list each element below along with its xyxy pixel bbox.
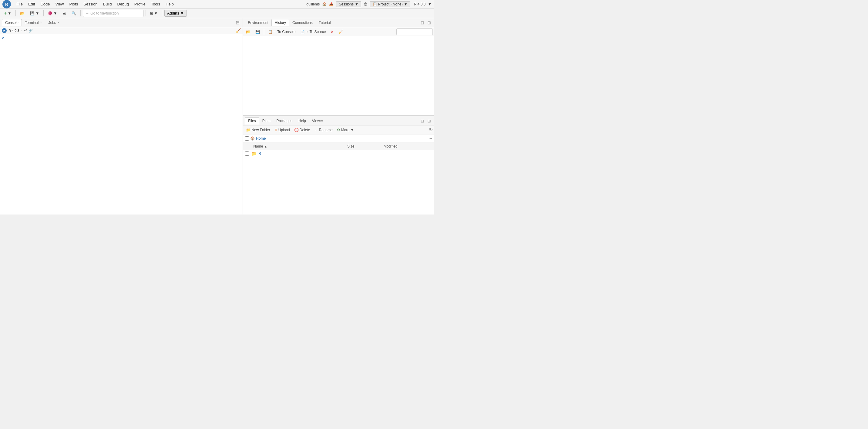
- find-button[interactable]: 🔍: [69, 10, 78, 16]
- left-panel: Console Terminal ✕ Jobs ✕ ⊟ R R 4.0.3 · …: [0, 18, 243, 214]
- new-file-chevron-icon: ▼: [8, 11, 11, 15]
- menu-file[interactable]: File: [14, 1, 25, 7]
- menu-edit[interactable]: Edit: [26, 1, 37, 7]
- column-modified-header[interactable]: Modified: [384, 144, 432, 148]
- console-header: R R 4.0.3 · ~/ 🔗 🧹: [0, 27, 243, 34]
- r-console-icon: R: [2, 28, 7, 33]
- menu-code[interactable]: Code: [38, 1, 52, 7]
- goto-placeholder: Go to file/function: [90, 11, 119, 15]
- knit-chevron-icon: ▼: [53, 11, 57, 15]
- tab-environment[interactable]: Environment: [245, 20, 271, 26]
- history-load-icon: 📂: [246, 30, 250, 34]
- history-search-input[interactable]: [396, 29, 433, 35]
- tab-help[interactable]: Help: [296, 118, 309, 124]
- tab-plots[interactable]: Plots: [259, 118, 274, 124]
- maximize-bottom-right-icon[interactable]: ⊞: [426, 118, 432, 124]
- maximize-top-right-icon[interactable]: ⊞: [426, 20, 432, 26]
- tab-viewer[interactable]: Viewer: [309, 118, 326, 124]
- folder-icon: 📁: [251, 151, 256, 156]
- menu-right: guillems 🏠 📤 Sessions ▼ ⏻ 📋 Project: (No…: [306, 1, 432, 7]
- menu-debug[interactable]: Debug: [115, 1, 131, 7]
- history-sep-1: [264, 29, 264, 35]
- minimize-left-icon[interactable]: ⊟: [235, 19, 241, 26]
- project-selector[interactable]: 📋 Project: (None) ▼: [370, 1, 410, 7]
- select-all-checkbox[interactable]: [245, 136, 249, 140]
- console-prompt: >: [2, 36, 4, 40]
- upload-icon: 📤: [329, 2, 334, 6]
- tab-console[interactable]: Console: [2, 19, 22, 26]
- menu-plots[interactable]: Plots: [67, 1, 81, 7]
- history-load-button[interactable]: 📂: [244, 29, 252, 35]
- open-file-button[interactable]: 📂: [18, 10, 27, 16]
- goto-input[interactable]: → Go to file/function: [83, 10, 144, 17]
- menu-session[interactable]: Session: [81, 1, 100, 7]
- tab-connections[interactable]: Connections: [289, 20, 316, 26]
- grid-button[interactable]: ⊞ ▼: [148, 10, 160, 16]
- delete-button[interactable]: 🚫 Delete: [292, 127, 312, 133]
- column-size-header[interactable]: Size: [347, 144, 384, 148]
- menu-profile[interactable]: Profile: [132, 1, 148, 7]
- find-icon: 🔍: [71, 11, 76, 15]
- new-file-icon: +: [4, 10, 7, 16]
- history-delete-icon: ✕: [331, 30, 334, 34]
- home-breadcrumb[interactable]: Home: [256, 136, 266, 140]
- toolbar-sep-1: [16, 10, 16, 16]
- minimize-bottom-right-icon[interactable]: ⊟: [420, 118, 426, 124]
- right-bottom-panel: Files Plots Packages Help Viewer ⊟ ⊞: [243, 116, 434, 214]
- jobs-close-icon[interactable]: ✕: [57, 21, 60, 24]
- tab-packages[interactable]: Packages: [273, 118, 296, 124]
- upload-button[interactable]: ⬆ Upload: [273, 127, 292, 133]
- main-layout: Console Terminal ✕ Jobs ✕ ⊟ R R 4.0.3 · …: [0, 18, 434, 214]
- print-button[interactable]: 🖨: [60, 10, 68, 16]
- clear-console-icon[interactable]: 🧹: [236, 28, 241, 33]
- menu-view[interactable]: View: [53, 1, 66, 7]
- power-icon[interactable]: ⏻: [364, 2, 367, 6]
- history-delete-button[interactable]: ✕: [329, 29, 335, 35]
- refresh-button[interactable]: ↻: [429, 127, 433, 133]
- chevron-down-icon: ▼: [355, 2, 359, 6]
- main-toolbar: + ▼ 📂 💾 ▼ 🧶 ▼ 🖨 🔍 → Go to file/function …: [0, 8, 434, 18]
- new-file-button[interactable]: + ▼: [2, 9, 13, 17]
- history-save-button[interactable]: 💾: [253, 29, 262, 35]
- tab-history[interactable]: History: [272, 19, 289, 26]
- tab-files[interactable]: Files: [245, 117, 259, 125]
- to-console-icon: 📋→: [268, 30, 276, 34]
- new-folder-button[interactable]: 📁 New Folder: [244, 127, 272, 133]
- tab-tutorial[interactable]: Tutorial: [316, 20, 334, 26]
- console-path-link-icon[interactable]: 🔗: [29, 29, 33, 33]
- open-file-icon: 📂: [20, 11, 25, 15]
- sort-arrow-icon: ▲: [264, 145, 267, 148]
- to-console-button[interactable]: 📋→ To Console: [266, 29, 297, 35]
- knit-button[interactable]: 🧶 ▼: [46, 10, 59, 16]
- file-name[interactable]: R: [258, 152, 261, 156]
- file-checkbox[interactable]: [245, 152, 249, 156]
- column-name-header[interactable]: Name ▲: [253, 144, 347, 148]
- tab-terminal[interactable]: Terminal ✕: [22, 20, 45, 26]
- rename-button[interactable]: → Rename: [312, 127, 334, 133]
- menu-build[interactable]: Build: [101, 1, 114, 7]
- project-chevron-icon: ▼: [404, 2, 408, 6]
- history-clear-button[interactable]: 🧹: [337, 29, 345, 35]
- knit-icon: 🧶: [48, 11, 53, 15]
- addins-button[interactable]: Addins ▼: [164, 10, 187, 16]
- right-top-panel: Environment History Connections Tutorial…: [243, 18, 434, 116]
- breadcrumb-more-button[interactable]: ⋯: [429, 136, 432, 140]
- terminal-close-icon[interactable]: ✕: [40, 21, 42, 24]
- tab-jobs[interactable]: Jobs ✕: [45, 20, 62, 26]
- r-version-label: R 4.0.3: [414, 2, 426, 6]
- toolbar-sep-2: [43, 10, 44, 16]
- save-icon: 💾: [30, 11, 35, 15]
- history-toolbar: 📂 💾 📋→ To Console 📄→ To Source ✕: [243, 27, 434, 36]
- save-button[interactable]: 💾 ▼: [28, 10, 41, 16]
- menu-help[interactable]: Help: [163, 1, 176, 7]
- to-source-button[interactable]: 📄→ To Source: [299, 29, 328, 35]
- r-version-info: R 4.0.3: [8, 29, 19, 32]
- right-panel: Environment History Connections Tutorial…: [243, 18, 434, 214]
- files-toolbar: 📁 New Folder ⬆ Upload 🚫 Delete → Rename …: [243, 125, 434, 134]
- console-area[interactable]: >: [0, 34, 243, 214]
- right-top-controls: ⊟ ⊞: [420, 20, 432, 26]
- more-button[interactable]: ⚙ More ▼: [335, 127, 356, 133]
- menu-tools[interactable]: Tools: [149, 1, 162, 7]
- minimize-top-right-icon[interactable]: ⊟: [420, 20, 426, 26]
- sessions-button[interactable]: Sessions ▼: [336, 1, 361, 7]
